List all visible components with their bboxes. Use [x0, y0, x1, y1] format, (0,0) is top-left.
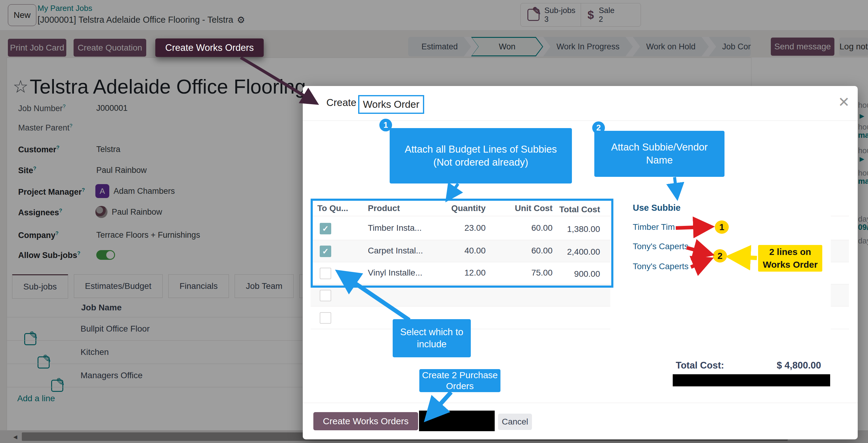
divider	[303, 403, 858, 403]
total-cost-label: Total Cost:	[676, 360, 724, 371]
divider	[311, 306, 610, 307]
row-checkbox[interactable]	[320, 290, 331, 301]
table-row-band	[831, 240, 849, 262]
cell-use-subbie[interactable]: Tony's Caperts	[633, 262, 688, 271]
total-cost-value: $ 4,800.00	[745, 360, 821, 371]
callout-attach-subbie-name: Attach Subbie/Vendor Name	[594, 131, 724, 177]
callout-attach-budget-lines: Attach all Budget Lines of Subbies (Not …	[390, 128, 572, 184]
divider	[831, 240, 849, 240]
col-header-use-subbie[interactable]: Use Subbie	[633, 203, 681, 213]
note-2-lines-on-works-order: 2 lines on Works Order	[758, 245, 822, 272]
divider	[831, 284, 849, 284]
cancel-button[interactable]: Cancel	[498, 414, 532, 430]
callout-create-2-purchase-orders: Create 2 Purchase Orders	[419, 369, 500, 392]
create-works-orders-button[interactable]: Create Works Orders	[155, 38, 264, 57]
dialog-title-prefix: Create	[327, 97, 356, 108]
table-row-band	[831, 284, 849, 306]
dialog-create-works-orders-button[interactable]: Create Works Orders	[313, 412, 418, 430]
row-checkbox[interactable]	[320, 312, 331, 324]
cell-use-subbie[interactable]: Tony's Caperts	[633, 242, 688, 251]
app-window: New My Parent Jobs [J000001] Telstra Ade…	[0, 0, 868, 443]
callout-select-which-to-include: Select which to include	[393, 319, 471, 357]
divider	[831, 216, 849, 216]
divider	[831, 262, 849, 262]
table-highlight-outline	[311, 199, 613, 288]
redacted-button[interactable]	[419, 411, 495, 431]
yellow-badge-1: 1	[715, 220, 729, 234]
close-icon[interactable]: ✕	[838, 94, 850, 110]
yellow-badge-2: 2	[713, 249, 727, 262]
callout-badge-2: 2	[592, 121, 605, 134]
dialog-title-highlight: Works Order	[363, 99, 419, 110]
cell-use-subbie[interactable]: Timber Tim	[633, 222, 675, 232]
callout-badge-1: 1	[379, 119, 392, 131]
divider	[831, 329, 849, 329]
title-highlight-outline: Works Order	[358, 95, 424, 114]
divider	[831, 306, 849, 307]
redaction-bar	[673, 374, 830, 386]
